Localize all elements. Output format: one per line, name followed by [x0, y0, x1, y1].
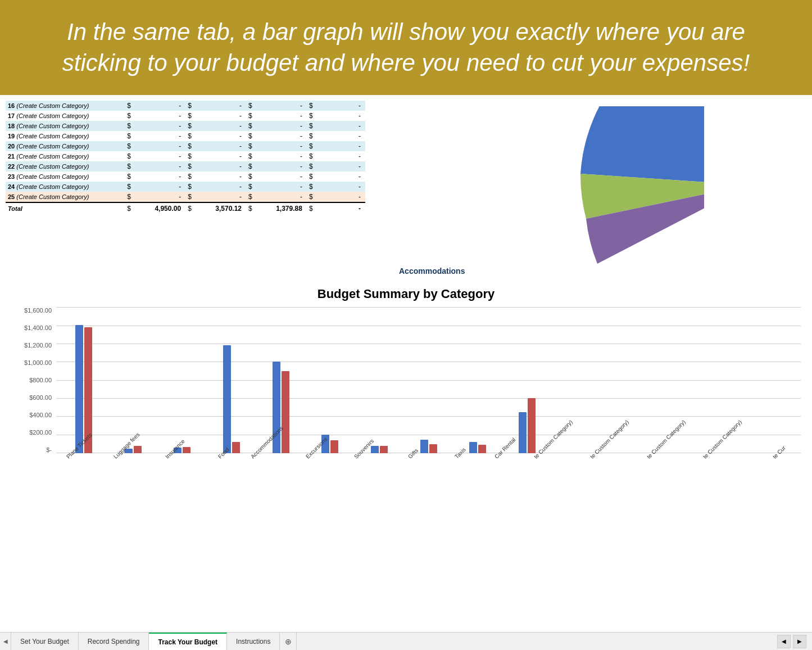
actual-bar	[232, 442, 240, 453]
x-label-group: te Custom Category)	[641, 453, 697, 487]
tab-right-controls: ◀ ▶	[777, 633, 812, 650]
pie-chart	[468, 106, 704, 264]
table-row: 20 (Create Custom Category) $ - $ - $ - …	[6, 141, 365, 151]
x-label-group: te Custom Category)	[697, 453, 754, 487]
actual-bar	[380, 446, 388, 453]
tab-item[interactable]: Track Your Budget	[149, 633, 227, 650]
tab-item[interactable]: Set Your Budget	[11, 633, 79, 650]
budget-bar	[469, 442, 477, 453]
tab-item[interactable]: Record Spending	[79, 633, 149, 650]
actual-bar	[282, 371, 289, 453]
y-axis-label: $400.00	[29, 412, 52, 418]
table-row: 21 (Create Custom Category) $ - $ - $ - …	[6, 151, 365, 161]
y-axis-label: $600.00	[29, 394, 52, 401]
top-section: 16 (Create Custom Category) $ - $ - $ - …	[0, 95, 812, 281]
y-axis-label: $200.00	[29, 429, 52, 436]
bar-chart-title: Budget Summary by Category	[317, 287, 495, 301]
actual-bar	[478, 445, 486, 453]
x-label-group: Food	[198, 453, 245, 487]
pie-section: Accommodations	[365, 101, 812, 276]
x-label-group: Luggage fees	[103, 453, 151, 487]
header-text: In the same tab, a bar graph will show y…	[62, 19, 750, 76]
table-section: 16 (Create Custom Category) $ - $ - $ - …	[6, 101, 365, 276]
budget-bar	[371, 446, 379, 453]
tab-right-scroll[interactable]: ◀	[777, 635, 791, 648]
bars-row	[56, 307, 801, 453]
tab-item[interactable]: Instructions	[227, 633, 280, 650]
y-axis-label: $-	[46, 446, 52, 453]
table-row: 18 (Create Custom Category) $ - $ - $ - …	[6, 121, 365, 131]
x-label-group: te Cur	[754, 453, 801, 487]
total-row: Total $ 4,950.00 $ 3,570.12 $ 1,379.88 $…	[6, 202, 365, 214]
y-axis-label: $1,000.00	[24, 359, 52, 366]
x-label-group: te Custom Category)	[528, 453, 584, 487]
table-row: 17 (Create Custom Category) $ - $ - $ - …	[6, 111, 365, 121]
actual-bar	[330, 440, 338, 453]
table-row: 19 (Create Custom Category) $ - $ - $ - …	[6, 131, 365, 141]
bar-section: Budget Summary by Category $1,600.00$1,4…	[0, 281, 812, 493]
bar-group	[157, 447, 207, 453]
y-axis: $1,600.00$1,400.00$1,200.00$1,000.00$800…	[11, 307, 56, 487]
x-labels: Plane TicketsLuggage feesInsuranceFoodAc…	[56, 453, 801, 487]
bar-group	[256, 362, 306, 453]
header-banner: In the same tab, a bar graph will show y…	[0, 0, 812, 95]
chart-area: Plane TicketsLuggage feesInsuranceFoodAc…	[56, 307, 801, 487]
y-axis-label: $1,400.00	[24, 324, 52, 331]
x-label-group: Car Rental	[481, 453, 528, 487]
y-axis-label: $800.00	[29, 377, 52, 383]
table-row: 16 (Create Custom Category) $ - $ - $ - …	[6, 101, 365, 111]
tab-scroll-left[interactable]: ◀	[0, 633, 11, 650]
x-label-group: Plane Tickets	[56, 453, 103, 487]
table-row: 23 (Create Custom Category) $ - $ - $ - …	[6, 171, 365, 182]
bar-group	[59, 325, 108, 453]
x-label-group: te Custom Category)	[584, 453, 641, 487]
budget-bar	[420, 440, 428, 453]
x-label-group: Accommodations	[245, 453, 293, 487]
y-axis-label: $1,200.00	[24, 342, 52, 349]
tab-add-button[interactable]: ⊕	[280, 633, 297, 650]
budget-bar	[75, 325, 83, 453]
x-label-group: Souvenirs	[339, 453, 387, 487]
actual-bar	[528, 398, 536, 453]
budget-bar	[519, 412, 527, 453]
main-content: 16 (Create Custom Category) $ - $ - $ - …	[0, 95, 812, 493]
actual-bar	[429, 444, 437, 453]
tab-bar: ◀ Set Your BudgetRecord SpendingTrack Yo…	[0, 632, 812, 650]
table-row: 24 (Create Custom Category) $ - $ - $ - …	[6, 182, 365, 192]
budget-bar	[223, 345, 231, 453]
bar-chart-wrapper: $1,600.00$1,400.00$1,200.00$1,000.00$800…	[11, 307, 801, 487]
y-axis-label: $1,600.00	[24, 307, 52, 314]
bar-group	[207, 345, 256, 453]
x-label-group: Gifts	[387, 453, 434, 487]
budget-table: 16 (Create Custom Category) $ - $ - $ - …	[6, 101, 365, 214]
x-label-group: Taxis	[434, 453, 481, 487]
actual-bar	[134, 446, 142, 453]
x-label-group: Insurance	[151, 453, 198, 487]
table-row: 25 (Create Custom Category) $ - $ - $ - …	[6, 192, 365, 202]
table-row: 22 (Create Custom Category) $ - $ - $ - …	[6, 161, 365, 171]
x-label-group: Excursions	[292, 453, 339, 487]
tab-right-end[interactable]: ▶	[793, 635, 806, 648]
actual-bar	[183, 447, 190, 453]
pie-label: Accommodations	[399, 267, 465, 276]
